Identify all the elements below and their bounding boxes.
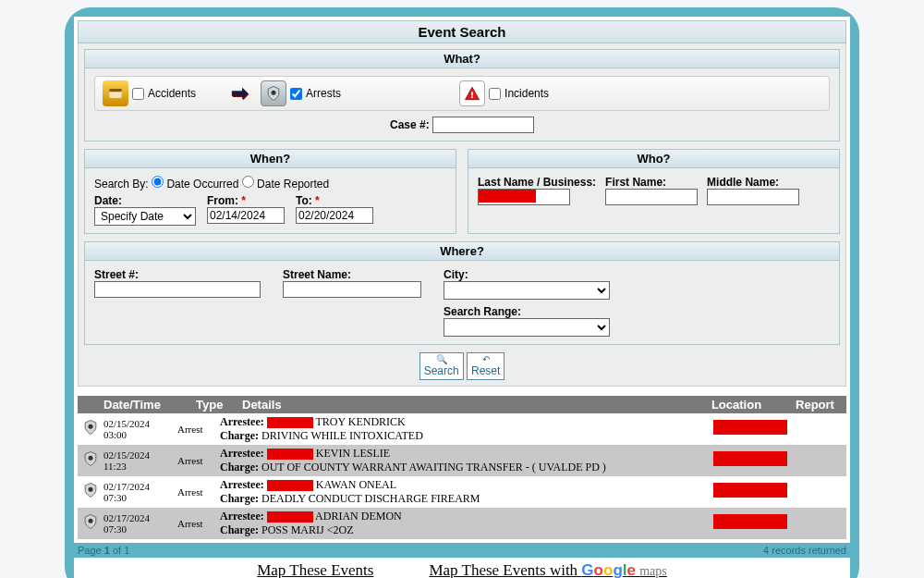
firstname-label: First Name: <box>605 176 698 189</box>
svg-rect-3 <box>471 92 473 95</box>
when-header: When? <box>85 150 456 168</box>
redacted-block <box>713 451 787 466</box>
incidents-label: Incidents <box>505 87 549 100</box>
streetname-label: Street Name: <box>283 268 421 281</box>
redacted-block <box>713 420 787 435</box>
from-label: From: * <box>207 194 285 207</box>
lastname-label: Last Name / Business: <box>478 176 596 189</box>
arrest-badge-icon <box>81 449 103 472</box>
accidents-checkbox[interactable] <box>132 88 144 100</box>
table-row[interactable]: 02/15/202411:23ArrestArrestee: KEVIN LES… <box>78 445 846 476</box>
search-button[interactable]: 🔍Search <box>419 352 464 380</box>
case-number-input[interactable] <box>432 117 534 133</box>
firstname-input[interactable] <box>605 189 698 205</box>
results-table: Date/Time Type Details Location Report 0… <box>78 396 846 539</box>
incident-icon <box>459 80 485 106</box>
what-fieldset: What? Accidents ➡ <box>84 49 840 141</box>
map-events-google-link[interactable]: Map These Events with Google maps <box>429 561 666 578</box>
cell-type: Arrest <box>177 455 220 466</box>
range-label: Search Range: <box>444 305 610 318</box>
date-occurred-radio[interactable] <box>152 176 164 188</box>
accidents-label: Accidents <box>148 87 196 100</box>
redacted-block <box>267 449 313 460</box>
cell-location <box>713 483 796 501</box>
cell-details: Arrestee: KAWAN ONEALCharge: DEADLY COND… <box>220 478 713 506</box>
where-header: Where? <box>85 242 839 261</box>
redacted-block <box>267 417 313 428</box>
date-reported-radio[interactable] <box>242 176 254 188</box>
svg-point-6 <box>89 456 93 461</box>
date-label: Date: <box>94 194 196 207</box>
redacted-block <box>713 514 787 529</box>
streetnum-input[interactable] <box>94 281 261 298</box>
date-select[interactable]: Specify Date <box>94 207 196 226</box>
streetnum-label: Street #: <box>94 268 261 281</box>
map-links-bar: Map These Events Map These Events with G… <box>74 558 850 578</box>
redacted-block <box>713 483 787 498</box>
table-row[interactable]: 02/15/202403:00ArrestArrestee: TROY KEND… <box>78 413 846 445</box>
cell-datetime: 02/15/202403:00 <box>103 418 177 440</box>
redacted-block <box>267 511 313 523</box>
svg-point-5 <box>89 424 93 429</box>
streetname-input[interactable] <box>283 281 421 298</box>
to-label: To: * <box>296 194 373 207</box>
reset-button[interactable]: ↶Reset <box>467 352 505 380</box>
inner-panel: Event Search What? Accidents ➡ <box>74 17 850 543</box>
search-form: What? Accidents ➡ <box>78 43 846 387</box>
arrest-badge-icon <box>81 512 103 535</box>
col-details: Details <box>242 398 686 412</box>
accident-icon <box>103 80 128 106</box>
incidents-checkbox[interactable] <box>489 88 501 100</box>
when-fieldset: When? Search By: Date Occurred Date Repo… <box>84 149 456 234</box>
redacted-block <box>267 480 313 491</box>
cell-type: Arrest <box>177 424 220 435</box>
cell-details: Arrestee: KEVIN LESLIECharge: OUT OF COU… <box>220 447 713 474</box>
cell-datetime: 02/17/202407:30 <box>103 481 177 503</box>
pager-bar: Page 1 of 1 4 records returned <box>74 543 850 558</box>
cell-datetime: 02/15/202411:23 <box>103 449 177 472</box>
who-fieldset: Who? Last Name / Business: <box>468 149 840 234</box>
middlename-label: Middle Name: <box>707 176 799 189</box>
svg-point-7 <box>89 487 93 492</box>
col-datetime: Date/Time <box>103 398 196 412</box>
app-frame: Event Search What? Accidents ➡ <box>65 7 859 578</box>
arrest-icon <box>261 80 286 106</box>
city-select[interactable] <box>444 281 610 300</box>
undo-icon: ↶ <box>471 355 500 364</box>
range-select[interactable] <box>444 318 610 337</box>
arrow-icon: ➡ <box>231 81 248 105</box>
svg-point-8 <box>89 519 93 523</box>
map-events-link[interactable]: Map These Events <box>257 561 373 578</box>
page-indicator: Page 1 of 1 <box>78 545 129 556</box>
from-date-input[interactable] <box>207 207 285 224</box>
arrest-badge-icon <box>81 418 103 440</box>
redacted-block <box>479 190 536 203</box>
results-header-row: Date/Time Type Details Location Report <box>78 396 846 413</box>
cell-type: Arrest <box>177 518 220 529</box>
city-label: City: <box>444 268 610 281</box>
table-row[interactable]: 02/17/202407:30ArrestArrestee: KAWAN ONE… <box>78 476 846 508</box>
col-report: Report <box>787 398 843 412</box>
table-row[interactable]: 02/17/202407:30ArrestArrestee: ADRIAN DE… <box>78 508 846 539</box>
arrests-label: Arrests <box>306 87 341 100</box>
search-by-label: Search By: <box>94 178 149 191</box>
search-icon: 🔍 <box>424 355 459 364</box>
what-header: What? <box>85 50 839 68</box>
cell-details: Arrestee: TROY KENDRICKCharge: DRIVING W… <box>220 415 713 443</box>
arrest-badge-icon <box>81 481 103 503</box>
cell-location <box>713 451 796 470</box>
col-type: Type <box>196 398 242 412</box>
middlename-input[interactable] <box>707 189 799 205</box>
svg-rect-4 <box>471 96 473 98</box>
page-title: Event Search <box>78 20 846 43</box>
svg-rect-1 <box>109 89 121 92</box>
svg-point-2 <box>272 91 276 95</box>
cell-details: Arrestee: ADRIAN DEMONCharge: POSS MARIJ… <box>220 510 713 537</box>
cell-location <box>713 514 796 533</box>
arrests-checkbox[interactable] <box>290 88 302 100</box>
records-returned: 4 records returned <box>763 545 846 556</box>
who-header: Who? <box>468 150 839 168</box>
to-date-input[interactable] <box>296 207 373 224</box>
cell-type: Arrest <box>177 486 220 498</box>
cell-location <box>713 420 796 438</box>
